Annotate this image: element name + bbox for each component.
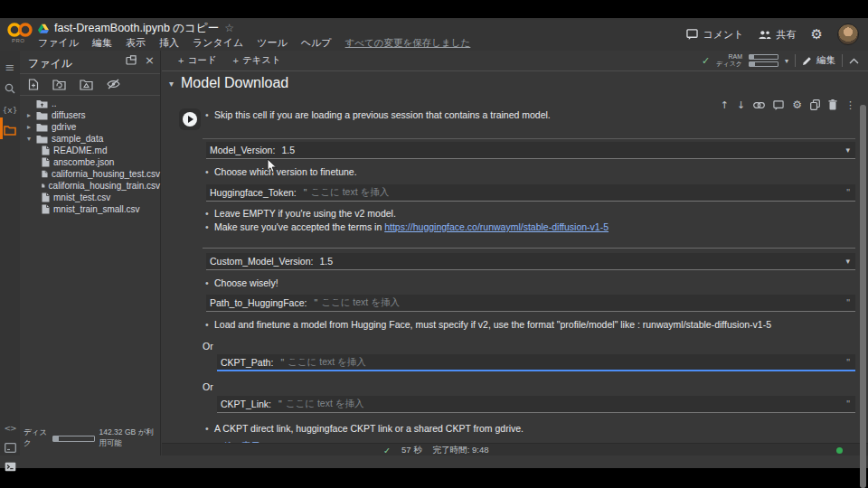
menu-help[interactable]: ヘルプ [301,36,332,50]
dropdown-caret-icon[interactable]: ▾ [845,145,850,155]
tree-label: mnist_train_small.csv [53,204,140,214]
path-to-huggingface-field[interactable]: Path_to_HuggingFace: " ここに text を挿入 " [206,295,855,312]
tree-item-mnist-train[interactable]: mnist_train_small.csv [20,203,160,215]
run-cell-button[interactable] [179,108,201,130]
terms-text: Make sure you've accepted the terms in [214,221,384,232]
people-icon [759,30,771,40]
section-collapse-icon[interactable]: ▾ [169,79,174,89]
file-icon [42,204,50,214]
field-label: Model_Version: [210,145,275,155]
app-header: PRO fast-DreamBooth.ipynb のコピー ☆ ファイル 編集… [0,18,868,51]
tree-item-diffusers[interactable]: ▸ diffusers [20,109,160,121]
quote-mark: " [846,187,850,198]
code-snippets-icon[interactable]: <> [0,419,20,437]
mount-drive-icon[interactable] [80,79,93,90]
close-panel-icon[interactable]: × [145,55,155,65]
files-panel-header: ファイル × [20,51,160,74]
field-placeholder: ここに text を挿入 [288,356,366,369]
comment-icon [686,29,698,40]
field-placeholder: ここに text を挿入 [286,398,364,410]
upload-file-icon[interactable] [28,79,39,90]
file-icon [42,181,45,191]
tree-item-california-test[interactable]: california_housing_test.csv [20,168,160,180]
notebook-title[interactable]: fast-DreamBooth.ipynb のコピー [54,21,219,36]
divider [842,54,843,67]
ckpt-path-field[interactable]: CKPT_Path: " ここに text を挿入 " [217,354,855,371]
huggingface-terms-link[interactable]: https://huggingface.co/runwayml/stable-d… [384,221,609,232]
header-actions: コメント 共有 ⚙ [686,23,859,45]
quote-mark: " [314,297,317,308]
refresh-files-icon[interactable] [52,79,66,90]
custom-model-version-field[interactable]: Custom_Model_Version: 1.5 ▾ [206,253,855,270]
menu-file[interactable]: ファイル [38,36,79,50]
comment-button[interactable]: コメント [686,28,744,42]
drive-icon [38,23,49,33]
tree-item-parent-dir[interactable]: .. [20,98,160,109]
menu-insert[interactable]: 挿入 [159,36,179,50]
share-button[interactable]: 共有 [759,28,797,42]
open-in-tab-icon[interactable] [126,55,137,65]
comment-label: コメント [703,28,744,42]
save-status[interactable]: すべての変更を保存しました [345,37,471,50]
search-icon[interactable] [0,80,20,98]
add-text-button[interactable]: + テキスト [232,54,280,67]
huggingface-token-field[interactable]: Huggingface_Token: " ここに text を挿入 " [206,184,855,202]
form-cell: ↑ ↓ ⚙ ⋮ Skip this cell if you are loadin… [177,101,857,443]
settings-gear-icon[interactable]: ⚙ [811,26,823,42]
ckpt-link-field[interactable]: CKPT_Link: " ここに text を挿入 " [217,396,855,413]
ram-label: RAM [728,53,742,61]
menu-runtime[interactable]: ランタイム [193,36,243,50]
resource-meters[interactable] [749,54,778,67]
eye-off-icon[interactable] [107,79,120,89]
command-palette-icon[interactable] [0,438,20,456]
file-icon [42,157,50,167]
tree-item-sample-data[interactable]: ▾ sample_data [20,133,160,145]
dropdown-caret-icon[interactable]: ▾ [845,257,850,266]
field-label: CKPT_Link: [221,399,271,409]
section-title: Model Download [181,75,288,91]
terms-bullet: Make sure you've accepted the terms in h… [203,221,609,233]
screen: PRO fast-DreamBooth.ipynb のコピー ☆ ファイル 編集… [0,0,868,488]
quote-mark: " [846,357,850,368]
menu-edit[interactable]: 編集 [92,36,112,50]
tree-label: california_housing_train.csv [49,181,160,191]
tree-item-mnist-test[interactable]: mnist_test.csv [20,192,160,203]
field-placeholder: ここに text を挿入 [321,296,400,309]
files-icon[interactable] [0,121,20,139]
tree-item-gdrive[interactable]: ▸ gdrive [20,121,160,133]
edit-mode-button[interactable]: 編集 [802,54,835,67]
completion-time: 完了時間: 9:48 [433,445,489,456]
variables-icon[interactable]: {x} [0,101,20,119]
choose-wisely-bullet: Choose wisely! [203,277,278,289]
terminal-icon[interactable] [0,457,20,475]
or-label: Or [203,341,213,352]
files-toolbar [28,79,120,90]
add-code-button[interactable]: + コード [178,54,216,67]
tree-item-anscombe[interactable]: anscombe.json [20,156,160,168]
avatar[interactable] [837,23,859,45]
section-header[interactable]: ▾ Model Download [169,75,288,91]
tree-item-california-train[interactable]: california_housing_train.csv [20,180,160,192]
divider [203,138,855,139]
quote-mark: " [304,187,307,198]
resources-dropdown-icon[interactable]: ▾ [785,57,788,65]
left-icon-rail: ≡ {x} <> [0,51,20,455]
section-divider [203,248,855,249]
menu-view[interactable]: 表示 [126,36,146,50]
colab-logo-icon[interactable]: PRO [6,21,33,48]
tree-item-readme[interactable]: README.md [20,145,160,156]
model-version-field[interactable]: Model_Version: 1.5 ▾ [206,142,855,159]
field-label: Path_to_HuggingFace: [210,297,307,308]
files-panel: ファイル × .. ▸ diffusers [20,51,161,455]
vertical-scrollbar[interactable] [860,105,866,488]
tree-label: .. [52,99,57,108]
colab-infinity-icon [6,21,33,39]
tree-label: README.md [53,145,107,155]
table-of-contents-icon[interactable]: ≡ [0,58,20,76]
field-label: Huggingface_Token: [210,187,297,198]
menu-tools[interactable]: ツール [257,36,288,50]
star-icon[interactable]: ☆ [224,22,234,34]
collapse-header-icon[interactable] [849,58,859,64]
plus-icon: + [232,55,238,66]
pro-badge: PRO [12,38,25,43]
